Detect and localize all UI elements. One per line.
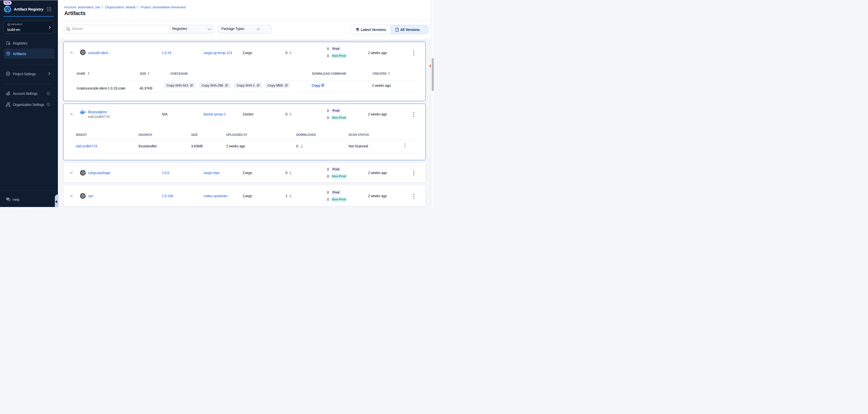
svg-text:R: R: [82, 50, 85, 54]
svg-text:R: R: [82, 194, 85, 198]
svg-text:?: ?: [7, 198, 8, 200]
svg-text:R: R: [82, 171, 85, 175]
